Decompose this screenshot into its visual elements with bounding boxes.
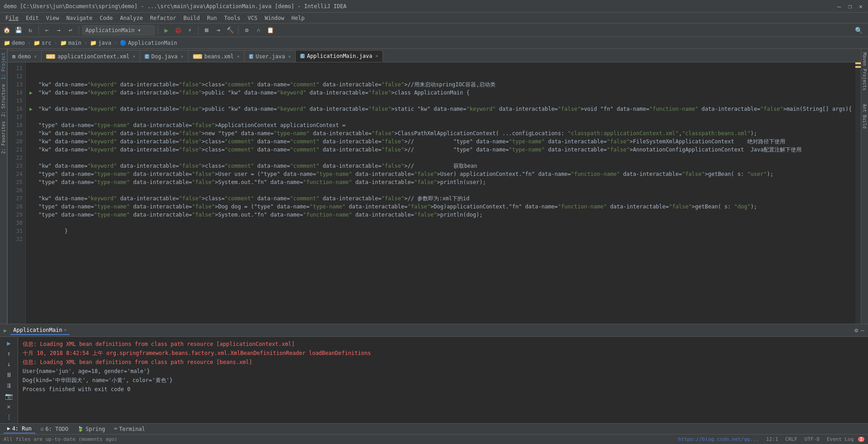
vcs-btn[interactable]: ⑃: [254, 25, 264, 35]
settings-btn[interactable]: ⚙: [242, 25, 252, 35]
run-scroll-up[interactable]: ↑: [4, 349, 14, 358]
menu-analyze[interactable]: Analyze: [116, 14, 146, 22]
window-controls: — ❐ ✕: [835, 3, 864, 10]
tab-User[interactable]: CUser.java✕: [245, 50, 296, 62]
run-scroll-down[interactable]: ↓: [4, 360, 14, 368]
toolbar-revert-btn[interactable]: ↩: [66, 25, 75, 35]
menu-view[interactable]: View: [42, 14, 63, 22]
run-more-btn[interactable]: ⋮: [4, 413, 14, 421]
left-tab-favorites[interactable]: 2: Favorites: [0, 119, 7, 156]
code-line-23: "kw" data-name="keyword" data-interactab…: [29, 162, 852, 170]
tab-Dog[interactable]: CDog.java✕: [140, 50, 188, 62]
menu-navigate[interactable]: Navigate: [63, 14, 96, 22]
nav-demo[interactable]: 📁 demo: [4, 40, 25, 46]
code-line-22: [29, 154, 852, 162]
run-tab-appMain[interactable]: ApplicationMain ✕: [10, 326, 69, 335]
toolbar-sep4: [198, 26, 198, 35]
debug-btn[interactable]: 🐞: [173, 25, 183, 35]
run-dump-btn[interactable]: ⇶: [4, 381, 14, 390]
run-tab-close[interactable]: ✕: [64, 327, 67, 332]
left-panel-tabs: 1: Project 2: Structure 2: Favorites: [0, 49, 7, 324]
nav-applicationmain[interactable]: 🔵 ApplicationMain: [120, 40, 177, 46]
bottom-tab-todo[interactable]: ☑ 6: TODO: [37, 425, 72, 433]
tab-close-icon[interactable]: ✕: [34, 54, 37, 59]
search-everywhere-icon[interactable]: 🔍: [855, 27, 863, 34]
minimize-button[interactable]: —: [835, 3, 843, 10]
run-settings-icon[interactable]: ⚙: [854, 327, 858, 334]
share-btn[interactable]: 📋: [265, 25, 275, 35]
tab-close-icon[interactable]: ✕: [237, 54, 240, 59]
run-close2-btn[interactable]: ✕: [4, 402, 14, 411]
menu-build[interactable]: Build: [180, 14, 203, 22]
menu-window[interactable]: Window: [261, 14, 288, 22]
left-tab-project[interactable]: 1: Project: [0, 51, 7, 81]
run-play-btn[interactable]: ▶: [4, 339, 14, 347]
code-content[interactable]: "kw" data-name="keyword" data-interactab…: [26, 62, 855, 324]
run-pause-btn[interactable]: ⏸: [4, 370, 14, 379]
tab-beans[interactable]: xmlbeans.xml✕: [189, 50, 245, 62]
build-btn[interactable]: 🔨: [225, 25, 235, 35]
toolbar-back-btn[interactable]: ←: [42, 25, 52, 35]
string-literal: "type": [254, 203, 274, 211]
string-literal: "comment": [225, 162, 254, 170]
step-btn[interactable]: ⇥: [213, 25, 223, 35]
menu-file[interactable]: File: [2, 14, 22, 22]
tab-demo[interactable]: mdemo✕: [8, 50, 42, 62]
bottom-tab-terminal[interactable]: ⌨ Terminal: [111, 425, 149, 433]
code-line-32: [29, 235, 852, 243]
string-literal: "false": [192, 178, 215, 186]
menu-tools[interactable]: Tools: [221, 14, 244, 22]
status-linesep[interactable]: CRLF: [785, 436, 797, 442]
menu-code[interactable]: Code: [96, 14, 117, 22]
menu-vcs[interactable]: VCS: [244, 14, 261, 22]
menu-run[interactable]: Run: [203, 14, 221, 22]
string-literal: "type": [453, 137, 473, 146]
right-tab-maven[interactable]: Maven Projects: [861, 51, 868, 92]
code-line-30: [29, 219, 852, 227]
status-event-log[interactable]: Event Log 1: [827, 436, 864, 442]
toolbar-save-btn[interactable]: 💾: [14, 25, 24, 35]
run-coverage-btn[interactable]: ⚡: [185, 25, 195, 35]
toolbar-forward-btn[interactable]: →: [54, 25, 64, 35]
line-num-26: 26: [10, 186, 23, 194]
nav-java[interactable]: 📁 java: [90, 40, 111, 46]
menu-edit[interactable]: Edit: [22, 14, 42, 22]
string-literal: "false": [669, 203, 692, 211]
file-breadcrumb[interactable]: ApplicationMain ▾: [82, 25, 155, 35]
bottom-tab-run[interactable]: ▶ 4: Run: [4, 425, 35, 434]
tab-close-icon[interactable]: ✕: [132, 54, 135, 59]
run-btn[interactable]: ▶: [161, 25, 171, 35]
nav-main[interactable]: 📁 main: [60, 40, 81, 46]
tab-close-icon[interactable]: ✕: [375, 53, 378, 58]
line-num-27: 27: [10, 194, 23, 203]
bottom-tab-spring[interactable]: 🍃 Spring: [74, 425, 108, 433]
menu-refactor[interactable]: Refactor: [146, 14, 180, 22]
left-tab-structure[interactable]: 2: Structure: [0, 82, 7, 118]
tab-ApplicationMain[interactable]: CApplicationMain.java✕: [296, 50, 383, 62]
line-num-20: 20: [10, 137, 23, 146]
status-url[interactable]: https://blog.csdn.net/qq...: [678, 436, 759, 442]
terminal-tab-icon: ⌨: [114, 426, 118, 432]
string-literal: "classpath:applicationContext.xml": [568, 129, 679, 137]
close-button[interactable]: ✕: [857, 3, 864, 10]
toolbar-refresh-btn[interactable]: ↻: [25, 25, 35, 35]
string-literal: "type": [38, 170, 58, 178]
maximize-button[interactable]: ❐: [846, 3, 854, 10]
status-line-col[interactable]: 12:1: [766, 436, 778, 442]
stop-btn[interactable]: ⏹: [202, 25, 212, 35]
tab-close-icon[interactable]: ✕: [288, 54, 291, 59]
string-literal: "type-name": [94, 178, 130, 186]
tab-close-icon[interactable]: ✕: [181, 54, 184, 59]
string-literal: "false": [179, 105, 202, 113]
string-literal: "type": [38, 178, 58, 186]
right-tab-ant[interactable]: Ant Build: [861, 102, 868, 130]
bottom-tab-terminal-label: Terminal: [119, 426, 145, 432]
string-literal: "type-name": [94, 203, 130, 211]
nav-src[interactable]: 📁 src: [33, 40, 52, 46]
run-screenshot-btn[interactable]: 📷: [4, 392, 14, 400]
status-encoding[interactable]: UTF-8: [805, 436, 820, 442]
line-num-22: 22: [10, 154, 23, 162]
tab-applicationContext[interactable]: xmlapplicationContext.xml✕: [42, 50, 140, 62]
run-close-icon[interactable]: —: [861, 327, 864, 334]
menu-help[interactable]: Help: [288, 14, 308, 22]
